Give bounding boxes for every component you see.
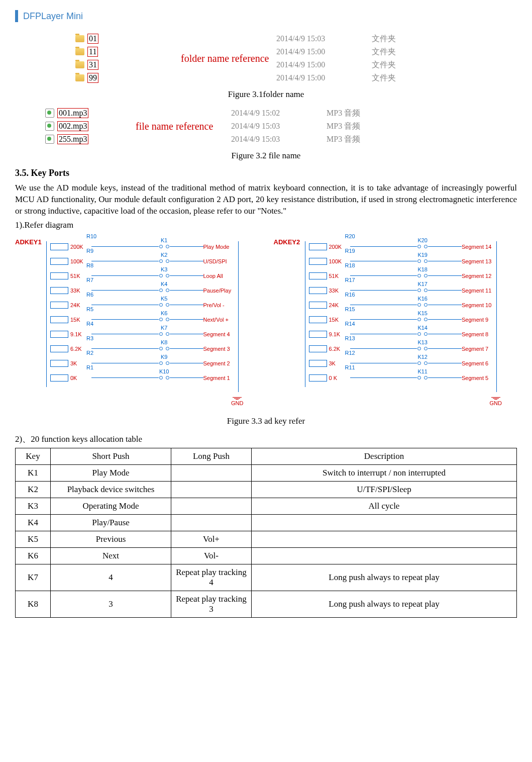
circuit-row: R4 9.1K K7 Segment 4	[50, 327, 249, 342]
section-paragraph: We use the AD module keys, instead of th…	[15, 182, 517, 217]
file-date: 2014/4/9 15:03	[231, 135, 322, 144]
resistor-icon	[50, 272, 68, 279]
node-icon	[166, 318, 169, 321]
folder-type: 文件夹	[372, 60, 432, 70]
node-icon	[166, 303, 169, 307]
node-icon	[159, 259, 163, 263]
ground-symbol: GND	[231, 397, 243, 406]
resistor-label: R14	[345, 321, 355, 327]
wire	[170, 334, 203, 334]
circuit-row: R1 0K K10 Segment 1	[50, 370, 249, 386]
mp3-icon	[45, 135, 54, 144]
table-cell: Switch to interrupt / non interrupted	[252, 464, 517, 481]
resistor-icon	[50, 243, 68, 250]
resistor-label: R12	[345, 350, 355, 356]
wire	[91, 334, 159, 334]
switch-label: K8	[161, 339, 167, 345]
node-icon	[166, 347, 169, 350]
folder-type: 文件夹	[372, 47, 432, 57]
node-icon	[166, 361, 169, 365]
circuit-row: R14 9.1K K14 Segment 8	[309, 327, 507, 342]
wire	[91, 305, 159, 305]
table-cell: Vol-	[171, 547, 252, 564]
adkey-label: ADKEY2	[274, 238, 300, 246]
table-cell: K2	[16, 481, 51, 498]
table-cell: Play/Pause	[51, 514, 171, 531]
function-label: Segment 5	[462, 375, 507, 381]
node-icon	[166, 274, 169, 277]
wire	[428, 290, 462, 291]
folder-icon	[75, 35, 84, 42]
folder-date: 2014/4/9 15:00	[276, 60, 367, 69]
circuit-row: R10 200K K1 Play Mode	[50, 239, 249, 254]
switch-label: K19	[417, 252, 428, 258]
th-long: Long Push	[171, 448, 252, 464]
ground-symbol: GND	[490, 397, 502, 406]
file-name: 255.mp3	[57, 134, 88, 144]
table-row: K4Play/Pause	[16, 514, 517, 531]
subheading: 1).Refer diagram	[15, 220, 517, 230]
switch-label: K9	[161, 354, 167, 360]
file-listing: 001.mp3 002.mp3 255.mp3 file name refere…	[45, 107, 487, 146]
node-icon	[424, 347, 428, 350]
wire	[91, 377, 159, 378]
resistor-icon	[309, 331, 327, 338]
wire	[428, 348, 462, 349]
resistor-value: 0K	[70, 375, 91, 381]
switch-label: K12	[417, 354, 428, 360]
resistor-icon	[50, 331, 68, 338]
wire	[91, 275, 159, 276]
function-label: Segment 12	[462, 273, 507, 279]
table-row: K6NextVol-	[16, 547, 517, 564]
node-icon	[424, 318, 428, 321]
table-header-row: Key Short Push Long Push Description	[16, 448, 517, 464]
node-icon	[159, 303, 163, 307]
wire	[428, 363, 462, 363]
resistor-icon	[309, 374, 327, 382]
figure-caption: Figure 3.3 ad key refer	[15, 416, 517, 426]
table-cell: U/TF/SPI/Sleep	[252, 481, 517, 498]
table-cell: K7	[16, 564, 51, 591]
circuit-diagrams: ADKEY1 GND R10 200K K1 Play Mode	[15, 235, 517, 406]
wire	[170, 275, 203, 276]
circuit-row: R6 24K K5 Pre/Vol -	[50, 298, 249, 313]
wire	[428, 334, 462, 334]
circuit-row: R18 51K K18 Segment 12	[309, 268, 507, 283]
node-icon	[159, 245, 163, 248]
wire	[350, 261, 417, 261]
node-icon	[424, 289, 428, 292]
circuit-row: R7 33K K4 Pause/Play	[50, 283, 249, 298]
resistor-label: R1	[86, 364, 93, 370]
file-type: MP3 音频	[327, 134, 387, 145]
diagram-adkey1: ADKEY1 GND R10 200K K1 Play Mode	[15, 235, 259, 406]
node-icon	[424, 245, 428, 248]
folder-icon	[75, 61, 84, 68]
wire	[428, 377, 462, 378]
function-label: Play Mode	[203, 244, 249, 250]
resistor-label: R7	[86, 277, 93, 283]
node-icon	[424, 332, 428, 336]
wire	[170, 246, 203, 247]
folder-name: 11	[87, 47, 98, 57]
resistor-label: R18	[345, 262, 355, 268]
wire	[428, 261, 462, 261]
node-icon	[424, 274, 428, 277]
folder-icon	[75, 74, 84, 81]
wire-vertical	[305, 241, 305, 387]
wire	[91, 319, 159, 320]
table-cell	[171, 481, 252, 498]
folder-date: 2014/4/9 15:00	[276, 47, 367, 56]
resistor-icon	[50, 316, 68, 323]
node-icon	[159, 361, 163, 365]
table-row: K74Repeat play tracking 4Long push alway…	[16, 564, 517, 591]
table-cell	[171, 498, 252, 514]
switch-label: K11	[417, 368, 428, 374]
folder-name: 01	[87, 34, 98, 44]
folder-type: 文件夹	[372, 34, 432, 44]
node-icon	[159, 376, 163, 379]
table-row: K83Repeat play tracking 3Long push alway…	[16, 591, 517, 617]
wire	[170, 290, 203, 291]
folder-name: 31	[87, 60, 98, 70]
table-cell: Play Mode	[51, 464, 171, 481]
resistor-icon	[309, 258, 327, 265]
